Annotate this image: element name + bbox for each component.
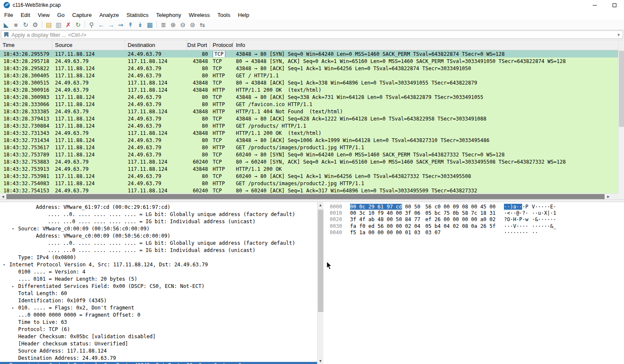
display-filter-input[interactable]: Apply a display filter ... <Ctrl-/> ▾ (1, 30, 623, 39)
packet-row[interactable]: 18:43:28.295579117.11.88.12424.49.63.798… (0, 50, 618, 57)
go-to-packet-button[interactable]: ⇒ (116, 20, 126, 29)
detail-line[interactable]: [Header checksum status: Unverified] (0, 340, 317, 348)
packet-row[interactable]: 18:43:32.753789117.11.88.12424.49.63.798… (0, 151, 618, 158)
reload-file-button[interactable]: ↻ (73, 20, 83, 29)
resize-columns-button[interactable]: ⇆ (197, 20, 207, 29)
detail-line[interactable]: Type: IPv4 (0x0800) (0, 254, 317, 261)
detail-line[interactable]: Source Address: 117.11.88.124 (0, 348, 317, 355)
detail-line[interactable]: Address: VMware_61:97:cd (00:0c:29:61:97… (0, 204, 317, 211)
detail-line[interactable]: .... 0101 = Header Length: 20 bytes (5) (0, 276, 317, 283)
close-file-button[interactable]: ✗ (63, 20, 73, 29)
column-header-destination[interactable]: Destination (125, 40, 187, 50)
save-file-button[interactable]: ▥ (54, 20, 63, 29)
colorize-button[interactable]: ≣ (159, 20, 168, 29)
hex-row[interactable]: 0030fa f0 ed 56 00 00 02 0405 b4 04 02 0… (326, 223, 624, 230)
detail-line[interactable]: ▸Differentiated Services Field: 0x00 (DS… (0, 283, 317, 290)
detail-line[interactable]: Header Checksum: 0x05bc [validation disa… (0, 333, 317, 340)
packet-row[interactable]: 18:43:32.754083117.11.88.12424.49.63.798… (0, 180, 618, 187)
chevron-right-icon[interactable]: ▸ (3, 362, 5, 364)
find-packet-button[interactable]: ⚲ (87, 20, 96, 29)
scrollbar-thumb[interactable] (318, 210, 323, 312)
packet-row[interactable]: 18:43:28.30091624.49.63.79117.11.88.1244… (0, 86, 618, 93)
chevron-right-icon[interactable]: ▸ (12, 304, 14, 312)
scroll-right-icon[interactable]: ► (605, 194, 611, 200)
packet-row[interactable]: 18:43:28.300405117.11.88.12424.49.63.798… (0, 72, 618, 79)
menu-analyze[interactable]: Analyze (96, 10, 123, 19)
detail-line[interactable]: ▾Source: VMware_c0:00:09 (00:50:56:c0:00… (0, 225, 317, 233)
column-header-dst-port[interactable]: Dst Port (187, 40, 210, 50)
packet-list-horizontal-scrollbar[interactable]: ◄ ► (0, 193, 618, 199)
detail-line[interactable]: .... ..0. .... .... .... .... = LG bit: … (0, 211, 317, 218)
auto-scroll-button[interactable]: ▦ (145, 20, 155, 29)
filter-dropdown-icon[interactable]: ▾ (617, 32, 620, 38)
details-vertical-scrollbar[interactable]: ▲ ▼ (317, 202, 323, 364)
packet-row[interactable]: 18:43:32.75391324.49.63.79117.11.88.1244… (0, 165, 618, 172)
capture-options-button[interactable]: ⚙ (30, 20, 40, 29)
detail-line[interactable]: 0100 .... = Version: 4 (0, 268, 317, 276)
restart-capture-button[interactable]: ↻ (21, 20, 30, 29)
scrollbar-thumb[interactable] (6, 194, 605, 199)
detail-line[interactable]: Protocol: TCP (6) (0, 326, 317, 333)
packet-row[interactable]: 18:43:28.300983117.11.88.12424.49.63.798… (0, 93, 618, 101)
stop-capture-button[interactable]: ■ (11, 20, 21, 29)
menu-statistics[interactable]: Statistics (123, 10, 152, 19)
chevron-right-icon[interactable]: ▸ (12, 283, 14, 290)
go-forward-button[interactable]: → (106, 20, 116, 29)
chevron-down-icon[interactable]: ▾ (3, 261, 5, 268)
hex-row[interactable]: 00203f 4f ab 48 00 50 84 77ef 26 00 00 0… (326, 216, 624, 223)
packet-row[interactable]: 18:43:32.753981117.11.88.12424.49.63.798… (0, 172, 618, 180)
column-header-source[interactable]: Source (52, 40, 125, 50)
minimize-button[interactable] (585, 0, 605, 10)
menu-help[interactable]: Help (234, 10, 253, 19)
open-file-button[interactable]: ▤ (44, 20, 54, 29)
column-header-info[interactable]: Info (233, 40, 624, 50)
menu-telephony[interactable]: Telephony (152, 10, 185, 19)
scroll-left-icon[interactable]: ◄ (0, 194, 6, 200)
packet-row[interactable]: 18:43:28.30051524.49.63.79117.11.88.1244… (0, 79, 618, 86)
packet-row[interactable]: 18:43:28.29571824.49.63.79117.11.88.1244… (0, 57, 618, 65)
detail-line[interactable]: ▸Transmission Control Protocol, Src Port… (0, 362, 317, 364)
menu-tools[interactable]: Tools (213, 10, 234, 19)
menu-capture[interactable]: Capture (68, 10, 96, 19)
detail-line[interactable]: Identification: 0x10f9 (4345) (0, 297, 317, 304)
detail-line[interactable]: .... ...0 .... .... .... .... = IG bit: … (0, 247, 317, 254)
packet-row[interactable]: 18:43:28.33338524.49.63.79117.11.88.1244… (0, 108, 618, 115)
go-back-button[interactable]: ← (96, 20, 106, 29)
detail-line[interactable]: .... ..0. .... .... .... .... = LG bit: … (0, 240, 317, 247)
detail-line[interactable]: Time to Live: 63 (0, 319, 317, 326)
detail-line[interactable]: Address: VMware_c0:00:09 (00:50:56:c0:00… (0, 233, 317, 240)
column-header-protocol[interactable]: Protocol (210, 40, 233, 50)
packet-row[interactable]: 18:43:32.730884117.11.88.12424.49.63.798… (0, 122, 618, 129)
packet-row[interactable]: 18:43:32.73134324.49.63.79117.11.88.1244… (0, 129, 618, 137)
first-packet-button[interactable]: ↟ (126, 20, 135, 29)
start-capture-button[interactable]: ◣ (1, 20, 11, 29)
packet-row[interactable]: 18:43:32.75415324.49.63.79117.11.88.1246… (0, 187, 618, 193)
menu-file[interactable]: File (0, 10, 17, 19)
detail-line[interactable]: ...0 0000 0000 0000 = Fragment Offset: 0 (0, 312, 317, 319)
menu-go[interactable]: Go (53, 10, 68, 19)
detail-line[interactable]: .... ...0 .... .... .... .... = IG bit: … (0, 218, 317, 225)
zoom-out-button[interactable]: ⊖ (178, 20, 188, 29)
packet-row[interactable]: 18:43:32.753617117.11.88.12424.49.63.798… (0, 144, 618, 151)
menu-view[interactable]: View (34, 10, 53, 19)
zoom-100-button[interactable]: ⊜ (188, 20, 197, 29)
detail-line[interactable]: Total Length: 60 (0, 290, 317, 297)
maximize-button[interactable] (605, 0, 624, 10)
packet-row[interactable]: 18:43:28.379413117.11.88.12424.49.63.798… (0, 115, 618, 122)
hex-row[interactable]: 0040f5 1a 00 00 00 00 01 0303 07········… (326, 230, 624, 236)
scrollbar-thumb[interactable] (619, 51, 624, 127)
chevron-down-icon[interactable]: ▾ (12, 225, 14, 233)
menu-wireless[interactable]: Wireless (185, 10, 213, 19)
detail-line[interactable]: ▸010. .... = Flags: 0x2, Don't fragment (0, 304, 317, 312)
scroll-up-icon[interactable]: ▲ (317, 202, 323, 208)
filter-bookmark-icon[interactable] (4, 32, 8, 38)
hex-row[interactable]: 001000 3c 10 f9 40 00 3f 0605 bc 75 0b 5… (326, 210, 624, 216)
scroll-down-icon[interactable]: ▼ (317, 358, 323, 364)
packet-list-vertical-scrollbar[interactable] (618, 40, 624, 193)
detail-line[interactable]: Destination Address: 24.49.63.79 (0, 355, 317, 362)
packet-row[interactable]: 18:43:32.75388324.49.63.79117.11.88.1246… (0, 158, 618, 165)
packet-row[interactable]: 18:43:28.295822117.11.88.12424.49.63.798… (0, 65, 618, 72)
menu-edit[interactable]: Edit (17, 10, 34, 19)
column-header-time[interactable]: Time (0, 40, 52, 50)
packet-row[interactable]: 18:43:32.731434117.11.88.12424.49.63.798… (0, 137, 618, 144)
